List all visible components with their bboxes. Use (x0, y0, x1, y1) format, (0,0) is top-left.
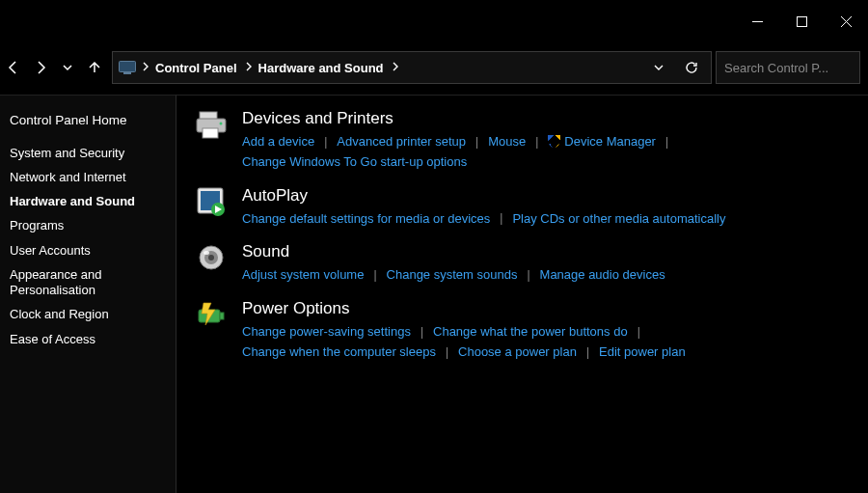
sidebar-item[interactable]: Network and Internet (10, 165, 176, 189)
svg-rect-4 (120, 62, 136, 72)
power-icon (196, 299, 229, 332)
separator: | (364, 266, 386, 285)
sidebar-item[interactable]: Programs (10, 214, 176, 238)
titlebar (0, 0, 868, 41)
category-title[interactable]: Power Options (242, 299, 858, 318)
printer-icon (196, 109, 229, 142)
sidebar: Control Panel Home System and SecurityNe… (0, 95, 176, 493)
minimize-button[interactable] (735, 8, 779, 35)
svg-rect-5 (123, 72, 131, 74)
breadcrumb-item[interactable]: Control Panel (155, 61, 253, 75)
recent-locations-button[interactable] (54, 50, 81, 85)
svg-rect-10 (203, 128, 218, 138)
category-link[interactable]: Add a device (242, 132, 314, 152)
maximize-button[interactable] (779, 8, 824, 35)
address-history-button[interactable] (645, 54, 672, 81)
address-bar-row: Control Panel Hardware and Sound (0, 41, 868, 95)
category: Power OptionsChange power-saving setting… (196, 299, 858, 363)
sidebar-item[interactable]: User Accounts (10, 238, 176, 262)
separator: | (466, 133, 488, 151)
sidebar-home[interactable]: Control Panel Home (10, 107, 176, 141)
category-link[interactable]: Device Manager (548, 132, 656, 152)
refresh-button[interactable] (678, 54, 705, 81)
category-title[interactable]: Sound (242, 242, 858, 261)
sidebar-item[interactable]: System and Security (10, 141, 176, 165)
category-links: Change power-saving settings|Change what… (242, 322, 858, 363)
sidebar-item[interactable]: Appearance and Personalisation (10, 262, 176, 303)
svg-rect-1 (797, 16, 806, 26)
nav-arrows (0, 50, 108, 85)
category-link[interactable]: Choose a power plan (458, 342, 577, 363)
svg-point-17 (208, 255, 214, 260)
breadcrumb-label: Control Panel (155, 61, 237, 75)
category-link[interactable]: Advanced printer setup (337, 132, 466, 152)
separator: | (628, 323, 650, 342)
separator: | (314, 133, 337, 151)
sound-icon (196, 242, 229, 275)
search-bar[interactable] (716, 51, 860, 84)
separator: | (411, 323, 433, 342)
category: Devices and PrintersAdd a device|Advance… (196, 109, 858, 173)
category-link[interactable]: Mouse (488, 132, 526, 152)
sidebar-item[interactable]: Clock and Region (10, 303, 176, 327)
category-links: Change default settings for media or dev… (242, 209, 858, 230)
svg-point-11 (220, 123, 223, 125)
body: Control Panel Home System and SecurityNe… (0, 95, 868, 493)
content-area: Devices and PrintersAdd a device|Advance… (176, 95, 868, 493)
category-title[interactable]: Devices and Printers (242, 109, 858, 128)
category: SoundAdjust system volume|Change system … (196, 242, 858, 286)
category-link[interactable]: Change power-saving settings (242, 322, 411, 342)
category-link[interactable]: Change default settings for media or dev… (242, 209, 490, 230)
close-button[interactable] (824, 8, 868, 35)
breadcrumb-item[interactable]: Hardware and Sound (258, 61, 399, 75)
category-link[interactable]: Adjust system volume (242, 265, 364, 286)
separator: | (526, 133, 548, 151)
category-links: Adjust system volume|Change system sound… (242, 265, 858, 286)
category-links: Add a device|Advanced printer setup|Mous… (242, 132, 858, 173)
autoplay-icon (196, 186, 229, 219)
category-link[interactable]: Manage audio devices (540, 265, 665, 286)
chevron-right-icon[interactable] (245, 62, 253, 73)
separator: | (577, 343, 599, 362)
category-link[interactable]: Change system sounds (387, 265, 518, 286)
control-panel-icon (119, 59, 136, 76)
breadcrumb-label: Hardware and Sound (258, 61, 384, 75)
category-link[interactable]: Change what the power buttons do (433, 322, 628, 342)
category-link[interactable]: Play CDs or other media automatically (512, 209, 725, 230)
category-title[interactable]: AutoPlay (242, 186, 858, 205)
separator: | (656, 133, 678, 151)
breadcrumb[interactable]: Control Panel Hardware and Sound (112, 51, 712, 84)
svg-rect-20 (220, 313, 224, 319)
separator: | (517, 266, 539, 285)
sidebar-item[interactable]: Hardware and Sound (10, 190, 176, 214)
sidebar-item[interactable]: Ease of Access (10, 327, 176, 351)
back-button[interactable] (0, 50, 27, 85)
search-input[interactable] (724, 61, 868, 75)
forward-button[interactable] (27, 50, 54, 85)
category-link[interactable]: Edit power plan (599, 342, 686, 363)
category-link[interactable]: Change when the computer sleeps (242, 342, 436, 363)
svg-point-18 (203, 251, 209, 255)
category: AutoPlayChange default settings for medi… (196, 186, 858, 230)
separator: | (490, 209, 512, 228)
chevron-right-icon[interactable] (142, 62, 149, 73)
chevron-right-icon[interactable] (392, 62, 399, 73)
category-link[interactable]: Change Windows To Go start-up options (242, 152, 467, 173)
up-button[interactable] (81, 50, 108, 85)
separator: | (436, 343, 458, 362)
